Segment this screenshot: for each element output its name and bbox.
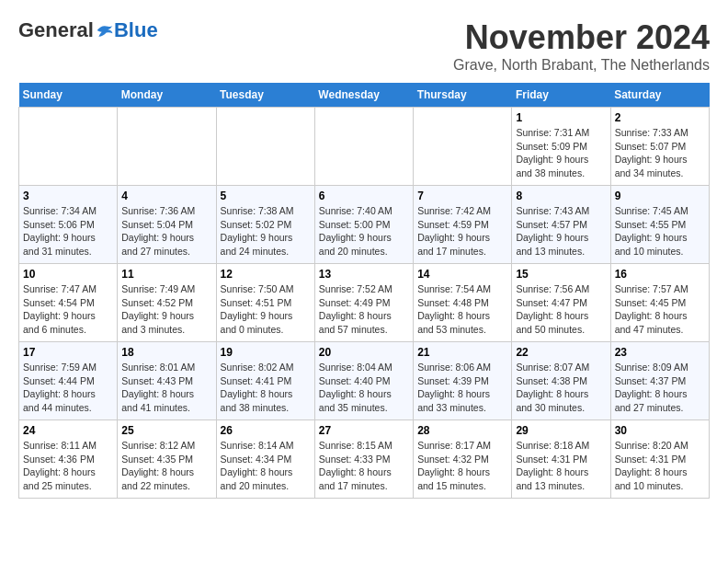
day-number: 17 [23, 346, 113, 359]
calendar-cell [414, 108, 512, 186]
calendar-cell: 9Sunrise: 7:45 AM Sunset: 4:55 PM Daylig… [610, 186, 709, 264]
day-number: 11 [121, 268, 211, 281]
calendar-cell [314, 108, 413, 186]
week-row-2: 3Sunrise: 7:34 AM Sunset: 5:06 PM Daylig… [19, 186, 710, 264]
day-number: 22 [516, 346, 606, 359]
day-number: 30 [615, 424, 705, 437]
calendar-cell: 23Sunrise: 8:09 AM Sunset: 4:37 PM Dayli… [610, 342, 709, 420]
day-info: Sunrise: 7:33 AM Sunset: 5:07 PM Dayligh… [615, 126, 705, 180]
calendar-cell: 29Sunrise: 8:18 AM Sunset: 4:31 PM Dayli… [512, 420, 610, 499]
logo-general: General [18, 18, 94, 42]
calendar-cell: 22Sunrise: 8:07 AM Sunset: 4:38 PM Dayli… [512, 342, 610, 420]
calendar-cell: 24Sunrise: 8:11 AM Sunset: 4:36 PM Dayli… [19, 420, 118, 499]
day-number: 12 [221, 268, 311, 281]
day-number: 8 [516, 190, 606, 202]
calendar-cell: 2Sunrise: 7:33 AM Sunset: 5:07 PM Daylig… [610, 108, 709, 186]
calendar-cell: 18Sunrise: 8:01 AM Sunset: 4:43 PM Dayli… [118, 342, 216, 420]
week-row-1: 1Sunrise: 7:31 AM Sunset: 5:09 PM Daylig… [19, 108, 710, 186]
day-number: 10 [23, 268, 113, 281]
day-number: 2 [615, 111, 705, 124]
day-number: 21 [417, 346, 507, 359]
week-row-5: 24Sunrise: 8:11 AM Sunset: 4:36 PM Dayli… [19, 420, 710, 499]
day-number: 6 [319, 190, 409, 202]
location: Grave, North Brabant, The Netherlands [453, 57, 710, 74]
header-day-sunday: Sunday [19, 83, 118, 108]
day-info: Sunrise: 7:50 AM Sunset: 4:51 PM Dayligh… [221, 282, 311, 337]
calendar-cell [118, 108, 216, 186]
day-number: 26 [221, 424, 311, 437]
calendar-cell: 10Sunrise: 7:47 AM Sunset: 4:54 PM Dayli… [19, 264, 118, 342]
title-block: November 2024 Grave, North Brabant, The … [453, 18, 710, 74]
day-number: 25 [121, 424, 211, 437]
day-info: Sunrise: 8:01 AM Sunset: 4:43 PM Dayligh… [121, 361, 211, 415]
day-number: 20 [319, 346, 409, 359]
day-number: 7 [417, 190, 507, 202]
logo-bird-icon [96, 22, 114, 39]
day-number: 24 [23, 424, 113, 437]
calendar-cell: 13Sunrise: 7:52 AM Sunset: 4:49 PM Dayli… [314, 264, 413, 342]
calendar-cell: 30Sunrise: 8:20 AM Sunset: 4:31 PM Dayli… [610, 420, 709, 499]
day-number: 16 [615, 268, 705, 281]
day-info: Sunrise: 7:36 AM Sunset: 5:04 PM Dayligh… [121, 204, 211, 259]
page-header: General Blue November 2024 Grave, North … [18, 18, 710, 74]
day-number: 23 [615, 346, 705, 359]
week-row-3: 10Sunrise: 7:47 AM Sunset: 4:54 PM Dayli… [19, 264, 710, 342]
day-info: Sunrise: 7:40 AM Sunset: 5:00 PM Dayligh… [319, 204, 409, 259]
day-number: 18 [121, 346, 211, 359]
calendar-cell: 19Sunrise: 8:02 AM Sunset: 4:41 PM Dayli… [216, 342, 314, 420]
header-day-tuesday: Tuesday [216, 83, 314, 108]
calendar-cell: 15Sunrise: 7:56 AM Sunset: 4:47 PM Dayli… [512, 264, 610, 342]
header-day-thursday: Thursday [414, 83, 512, 108]
day-info: Sunrise: 8:12 AM Sunset: 4:35 PM Dayligh… [121, 439, 211, 493]
calendar-cell: 20Sunrise: 8:04 AM Sunset: 4:40 PM Dayli… [314, 342, 413, 420]
day-info: Sunrise: 7:43 AM Sunset: 4:57 PM Dayligh… [516, 204, 606, 259]
day-number: 19 [221, 346, 311, 359]
day-number: 28 [417, 424, 507, 437]
calendar-cell: 5Sunrise: 7:38 AM Sunset: 5:02 PM Daylig… [216, 186, 314, 264]
logo-blue: Blue [114, 18, 158, 42]
calendar-cell: 11Sunrise: 7:49 AM Sunset: 4:52 PM Dayli… [118, 264, 216, 342]
day-info: Sunrise: 7:57 AM Sunset: 4:45 PM Dayligh… [615, 282, 705, 337]
day-info: Sunrise: 8:09 AM Sunset: 4:37 PM Dayligh… [615, 361, 705, 415]
header-day-saturday: Saturday [610, 83, 709, 108]
calendar-cell: 21Sunrise: 8:06 AM Sunset: 4:39 PM Dayli… [414, 342, 512, 420]
day-info: Sunrise: 8:20 AM Sunset: 4:31 PM Dayligh… [615, 439, 705, 493]
day-info: Sunrise: 7:38 AM Sunset: 5:02 PM Dayligh… [221, 204, 311, 259]
day-info: Sunrise: 8:18 AM Sunset: 4:31 PM Dayligh… [516, 439, 606, 493]
day-info: Sunrise: 8:02 AM Sunset: 4:41 PM Dayligh… [221, 361, 311, 415]
calendar-cell: 28Sunrise: 8:17 AM Sunset: 4:32 PM Dayli… [414, 420, 512, 499]
header-day-monday: Monday [118, 83, 216, 108]
calendar-cell: 7Sunrise: 7:42 AM Sunset: 4:59 PM Daylig… [414, 186, 512, 264]
day-number: 27 [319, 424, 409, 437]
calendar-cell: 8Sunrise: 7:43 AM Sunset: 4:57 PM Daylig… [512, 186, 610, 264]
day-info: Sunrise: 7:31 AM Sunset: 5:09 PM Dayligh… [516, 126, 606, 180]
logo: General Blue [18, 18, 158, 42]
week-row-4: 17Sunrise: 7:59 AM Sunset: 4:44 PM Dayli… [19, 342, 710, 420]
header-day-wednesday: Wednesday [314, 83, 413, 108]
day-info: Sunrise: 7:45 AM Sunset: 4:55 PM Dayligh… [615, 204, 705, 259]
day-info: Sunrise: 8:11 AM Sunset: 4:36 PM Dayligh… [23, 439, 113, 493]
day-number: 13 [319, 268, 409, 281]
day-number: 29 [516, 424, 606, 437]
calendar-cell: 17Sunrise: 7:59 AM Sunset: 4:44 PM Dayli… [19, 342, 118, 420]
day-info: Sunrise: 7:56 AM Sunset: 4:47 PM Dayligh… [516, 282, 606, 337]
day-info: Sunrise: 7:34 AM Sunset: 5:06 PM Dayligh… [23, 204, 113, 259]
day-number: 9 [615, 190, 705, 202]
day-info: Sunrise: 8:15 AM Sunset: 4:33 PM Dayligh… [319, 439, 409, 493]
day-number: 5 [221, 190, 311, 202]
day-number: 14 [417, 268, 507, 281]
calendar-cell [216, 108, 314, 186]
day-info: Sunrise: 8:04 AM Sunset: 4:40 PM Dayligh… [319, 361, 409, 415]
day-number: 1 [516, 111, 606, 124]
calendar-cell: 14Sunrise: 7:54 AM Sunset: 4:48 PM Dayli… [414, 264, 512, 342]
day-info: Sunrise: 8:06 AM Sunset: 4:39 PM Dayligh… [417, 361, 507, 415]
calendar-cell: 6Sunrise: 7:40 AM Sunset: 5:00 PM Daylig… [314, 186, 413, 264]
calendar-cell: 12Sunrise: 7:50 AM Sunset: 4:51 PM Dayli… [216, 264, 314, 342]
day-info: Sunrise: 8:17 AM Sunset: 4:32 PM Dayligh… [417, 439, 507, 493]
day-number: 15 [516, 268, 606, 281]
calendar-cell: 25Sunrise: 8:12 AM Sunset: 4:35 PM Dayli… [118, 420, 216, 499]
day-info: Sunrise: 7:42 AM Sunset: 4:59 PM Dayligh… [417, 204, 507, 259]
header-day-friday: Friday [512, 83, 610, 108]
day-info: Sunrise: 7:54 AM Sunset: 4:48 PM Dayligh… [417, 282, 507, 337]
calendar-cell: 26Sunrise: 8:14 AM Sunset: 4:34 PM Dayli… [216, 420, 314, 499]
